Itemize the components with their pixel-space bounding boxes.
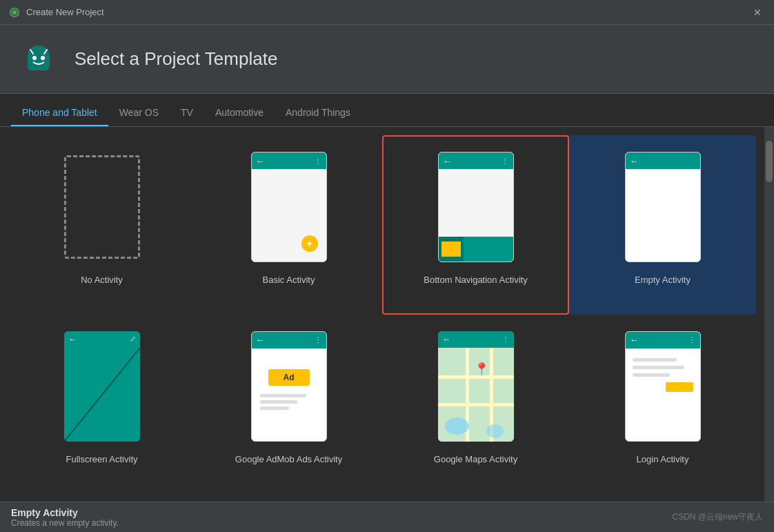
maps-toolbar: ← ⋮ [438, 331, 514, 348]
scrollbar[interactable] [764, 127, 774, 502]
fullscreen-preview: ← ⤢ [54, 324, 150, 449]
back-arrow-icon: ← [256, 156, 265, 166]
tab-automotive[interactable]: Automotive [204, 100, 275, 126]
fab-button: + [301, 235, 318, 252]
watermark: CSDN @云端new守夜人 [672, 511, 763, 523]
maps-preview: ← ⋮ [428, 324, 524, 449]
login-preview: ← ⋮ [615, 324, 711, 449]
back-arrow-icon-6: ← [630, 335, 639, 345]
android-logo [17, 37, 61, 81]
nav-item-1 [439, 237, 464, 262]
empty-activity-label: Empty Activity [635, 275, 691, 285]
empty-toolbar: ← [626, 152, 700, 169]
template-empty-activity[interactable]: ← Empty Activity [569, 135, 756, 315]
no-activity-box [64, 155, 140, 259]
tab-tv[interactable]: TV [170, 100, 204, 126]
basic-activity-preview: ← ⋮ + [241, 145, 337, 269]
ad-line-1 [260, 394, 306, 397]
template-no-activity[interactable]: No Activity [8, 135, 195, 315]
svg-point-1 [12, 10, 17, 14]
admob-label: Google AdMob Ads Activity [235, 454, 342, 464]
bottom-nav-bar [439, 237, 513, 262]
settings-line-2 [633, 366, 685, 369]
page-title: Select a Project Template [75, 48, 277, 70]
bottom-nav-label: Bottom Navigation Activity [424, 275, 527, 285]
back-arrow-icon-4: ← [256, 335, 265, 345]
empty-body [626, 169, 700, 262]
map-water-1 [445, 417, 469, 435]
ad-content-lines [252, 391, 326, 415]
title-bar-left: Create New Project [8, 6, 104, 19]
main-content: No Activity ← ⋮ + Basic Activity [0, 127, 774, 502]
selected-activity-name: Empty Activity [11, 507, 119, 518]
tab-bar: Phone and Tablet Wear OS TV Automotive A… [0, 94, 774, 127]
template-admob[interactable]: ← ⋮ Ad Google AdMob Ads Activity [195, 315, 382, 494]
bottom-activity-info: Empty Activity Creates a new empty activ… [11, 507, 119, 528]
menu-dots-icon-5: ⋮ [688, 336, 696, 344]
template-login[interactable]: ← ⋮ Login Activity [569, 315, 756, 494]
fullscreen-toolbar: ← ⤢ [64, 331, 140, 348]
nav-yellow-highlight [441, 242, 461, 257]
tab-android-things[interactable]: Android Things [275, 100, 361, 126]
nav-item-3 [488, 237, 513, 262]
maps-phone: ← ⋮ [438, 331, 514, 442]
settings-line-3 [633, 373, 670, 377]
selected-activity-desc: Creates a new empty activity. [11, 518, 119, 528]
login-phone: ← ⋮ [625, 331, 701, 442]
android-icon [19, 40, 58, 79]
template-maps[interactable]: ← ⋮ [382, 315, 569, 494]
map-water-2 [486, 424, 504, 438]
menu-dots-icon-3: ⋮ [315, 336, 322, 344]
menu-dots-icon: ⋮ [315, 157, 322, 165]
close-button[interactable]: ✕ [749, 6, 766, 19]
no-activity-label: No Activity [81, 275, 123, 285]
menu-dots-icon-2: ⋮ [502, 157, 509, 165]
scrollbar-thumb[interactable] [766, 141, 773, 182]
fullscreen-label: Fullscreen Activity [66, 454, 137, 464]
template-grid: No Activity ← ⋮ + Basic Activity [0, 127, 764, 502]
android-studio-icon [8, 6, 21, 19]
basic-activity-phone: ← ⋮ + [251, 152, 327, 262]
empty-activity-phone: ← [625, 152, 701, 262]
admob-preview: ← ⋮ Ad [241, 324, 337, 449]
svg-point-4 [41, 56, 45, 60]
template-basic-activity[interactable]: ← ⋮ + Basic Activity [195, 135, 382, 315]
settings-action-button [666, 382, 693, 392]
ad-line-2 [260, 400, 298, 404]
nav-item-2 [464, 237, 488, 262]
map-road-h2 [438, 403, 514, 406]
no-activity-preview [54, 145, 150, 269]
maps-label: Google Maps Activity [434, 454, 517, 464]
bottom-nav-phone: ← ⋮ [438, 152, 514, 262]
svg-point-3 [32, 56, 37, 60]
template-fullscreen[interactable]: ← ⤢ Fullscreen Activity [8, 315, 195, 494]
ad-banner: Ad [268, 369, 310, 386]
header: Select a Project Template [0, 25, 774, 94]
back-arrow-icon-3: ← [630, 156, 639, 166]
ad-line-3 [260, 406, 289, 410]
back-arrow-icon-2: ← [443, 156, 452, 166]
template-bottom-nav[interactable]: ← ⋮ Bottom Navigation Activity [382, 135, 569, 315]
fullscreen-back-icon: ← [68, 334, 77, 344]
map-background: 📍 [438, 348, 514, 442]
map-pin: 📍 [474, 362, 489, 377]
fullscreen-body [64, 348, 140, 442]
back-arrow-icon-5: ← [442, 334, 451, 344]
bottom-nav-preview: ← ⋮ [428, 145, 524, 269]
diagonal-svg [64, 348, 140, 442]
tab-wear-os[interactable]: Wear OS [108, 100, 170, 126]
basic-activity-label: Basic Activity [263, 275, 315, 285]
login-toolbar: ← ⋮ [626, 332, 700, 348]
admob-phone: ← ⋮ Ad [251, 331, 327, 442]
settings-line-1 [633, 358, 677, 362]
menu-dots-icon-4: ⋮ [502, 335, 510, 343]
admob-toolbar: ← ⋮ [252, 332, 326, 348]
empty-activity-preview: ← [615, 145, 711, 269]
map-content: 📍 [438, 348, 514, 442]
title-bar: Create New Project ✕ [0, 0, 774, 25]
fullscreen-phone: ← ⤢ [64, 331, 140, 442]
bottom-nav-toolbar: ← ⋮ [439, 152, 513, 169]
login-label: Login Activity [637, 454, 689, 464]
tab-phone-tablet[interactable]: Phone and Tablet [11, 100, 108, 126]
fullscreen-expand-icon: ⤢ [130, 335, 136, 344]
